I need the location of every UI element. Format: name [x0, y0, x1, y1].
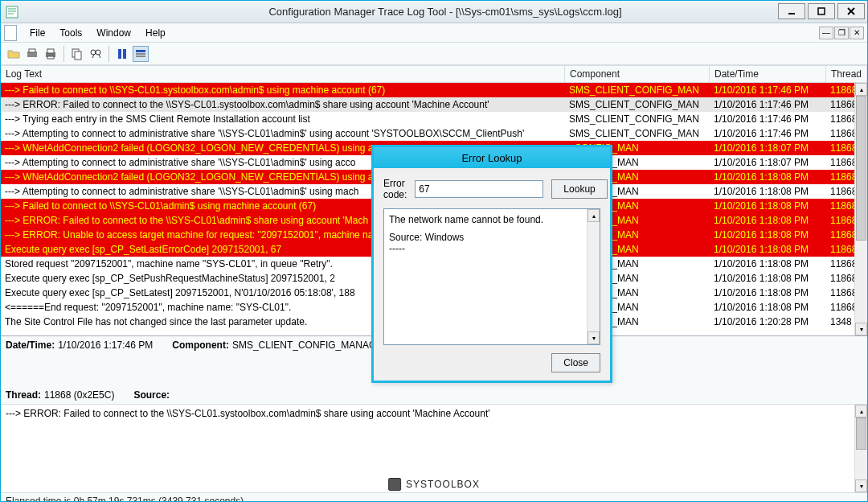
message-scrollbar[interactable]: ▴ ▾: [854, 405, 867, 492]
menu-window[interactable]: Window: [90, 25, 137, 41]
datetime-cell: 1/10/2016 1:18:07 PM: [710, 155, 826, 170]
detail-datetime-label: Date/Time:: [6, 339, 55, 351]
minimize-button[interactable]: [778, 3, 805, 19]
component-cell: SMS_CLIENT_CONFIG_MAN: [565, 126, 710, 141]
datetime-cell: 1/10/2016 1:17:46 PM: [710, 126, 826, 141]
svg-rect-0: [6, 6, 18, 18]
col-datetime[interactable]: Date/Time: [710, 66, 826, 82]
maximize-button[interactable]: [808, 3, 835, 19]
toolbar-separator: [63, 46, 64, 62]
datetime-cell: 1/10/2016 1:18:08 PM: [710, 286, 826, 300]
lookup-button[interactable]: Lookup: [551, 179, 607, 199]
grid-header: Log Text Component Date/Time Thread: [1, 65, 867, 83]
col-log-text[interactable]: Log Text: [1, 66, 565, 82]
detail-datetime-value: 1/10/2016 1:17:46 PM: [58, 339, 153, 351]
pause-icon[interactable]: [114, 46, 130, 62]
log-text-cell: ---> ERROR: Failed to connect to the \\S…: [1, 97, 565, 112]
datetime-cell: 1/10/2016 1:18:08 PM: [710, 300, 826, 315]
error-code-input[interactable]: [415, 180, 543, 198]
datetime-cell: 1/10/2016 1:20:28 PM: [710, 315, 826, 329]
datetime-cell: 1/10/2016 1:18:08 PM: [710, 170, 826, 184]
scroll-down-icon[interactable]: ▾: [855, 323, 867, 335]
menubar: File Tools Window Help ― ❐ ✕: [1, 23, 867, 43]
print-icon[interactable]: [43, 46, 59, 62]
svg-rect-17: [123, 49, 126, 59]
message-pane: ---> ERROR: Failed to connect to the \\S…: [1, 405, 867, 493]
result-scrollbar[interactable]: ▴ ▾: [587, 209, 600, 344]
scroll-thumb[interactable]: [856, 418, 866, 450]
open-icon[interactable]: [6, 46, 22, 62]
log-text-cell: ---> Failed to connect to \\SYS-CL01.sys…: [1, 83, 565, 97]
toolbar-separator: [108, 46, 109, 62]
log-row[interactable]: ---> Failed to connect to \\SYS-CL01.sys…: [1, 83, 867, 97]
message-text: ---> ERROR: Failed to connect to the \\S…: [1, 405, 867, 422]
datetime-cell: 1/10/2016 1:18:08 PM: [710, 184, 826, 199]
mdi-close-button[interactable]: ✕: [850, 27, 864, 39]
result-line: -----: [389, 243, 595, 254]
col-component[interactable]: Component: [565, 66, 710, 82]
svg-rect-19: [136, 53, 145, 55]
datetime-cell: 1/10/2016 1:17:46 PM: [710, 112, 826, 126]
log-row[interactable]: ---> ERROR: Failed to connect to the \\S…: [1, 97, 867, 112]
scroll-thumb[interactable]: [856, 96, 866, 241]
svg-rect-20: [136, 56, 145, 57]
svg-rect-18: [136, 50, 145, 52]
svg-line-14: [92, 55, 94, 58]
scroll-up-icon[interactable]: ▴: [855, 83, 867, 96]
detail-source-label: Source:: [133, 389, 170, 401]
close-button[interactable]: [837, 3, 865, 19]
scroll-up-icon[interactable]: ▴: [855, 405, 867, 418]
component-cell: SMS_CLIENT_CONFIG_MAN: [565, 97, 710, 112]
svg-rect-16: [118, 49, 121, 59]
scroll-up-icon[interactable]: ▴: [588, 209, 600, 222]
result-line: The network name cannot be found.: [389, 214, 595, 225]
dialog-title: Error Lookup: [374, 147, 610, 168]
mdi-doc-icon: [4, 25, 17, 41]
datetime-cell: 1/10/2016 1:18:08 PM: [710, 228, 826, 242]
log-row[interactable]: ---> Attempting to connect to administra…: [1, 126, 867, 141]
copy-icon[interactable]: [69, 46, 85, 62]
datetime-cell: 1/10/2016 1:17:46 PM: [710, 97, 826, 112]
svg-point-12: [91, 50, 96, 55]
scroll-down-icon[interactable]: ▾: [855, 479, 867, 492]
svg-rect-6: [29, 49, 35, 52]
detail-thread-value: 11868 (0x2E5C): [44, 389, 114, 401]
watermark-icon: [388, 478, 401, 491]
highlight-toggle-icon[interactable]: [133, 46, 149, 62]
svg-rect-11: [75, 51, 81, 60]
window-title: Configuration Manager Trace Log Tool - […: [23, 6, 867, 18]
find-icon[interactable]: [88, 46, 104, 62]
menu-file[interactable]: File: [23, 25, 51, 41]
svg-rect-9: [47, 56, 54, 59]
datetime-cell: 1/10/2016 1:18:08 PM: [710, 242, 826, 257]
watermark-text: SYSTOOLBOX: [406, 479, 480, 490]
col-thread[interactable]: Thread: [826, 66, 867, 82]
menu-tools[interactable]: Tools: [53, 25, 88, 41]
log-text-cell: ---> Trying each entry in the SMS Client…: [1, 112, 565, 126]
mdi-minimize-button[interactable]: ―: [819, 27, 833, 39]
svg-point-13: [96, 50, 100, 55]
datetime-cell: 1/10/2016 1:18:07 PM: [710, 141, 826, 155]
watermark: SYSTOOLBOX: [388, 478, 480, 491]
lookup-result: The network name cannot be found. Source…: [383, 208, 600, 345]
print-setup-icon[interactable]: [24, 46, 40, 62]
svg-rect-8: [47, 49, 54, 53]
result-line: Source: Windows: [389, 232, 595, 243]
svg-line-15: [99, 55, 100, 58]
titlebar: Configuration Manager Trace Log Tool - […: [1, 1, 867, 23]
datetime-cell: 1/10/2016 1:18:08 PM: [710, 199, 826, 213]
menu-help[interactable]: Help: [139, 25, 172, 41]
error-code-label: Error code:: [383, 178, 407, 200]
datetime-cell: 1/10/2016 1:18:08 PM: [710, 271, 826, 286]
scroll-down-icon[interactable]: ▾: [588, 331, 600, 344]
detail-component-value: SMS_CLIENT_CONFIG_MANAG: [232, 339, 376, 351]
grid-scrollbar[interactable]: ▴ ▾: [854, 83, 867, 335]
detail-thread-label: Thread:: [6, 389, 41, 401]
close-button[interactable]: Close: [551, 353, 600, 372]
mdi-restore-button[interactable]: ❐: [834, 27, 849, 39]
datetime-cell: 1/10/2016 1:18:08 PM: [710, 213, 826, 228]
datetime-cell: 1/10/2016 1:17:46 PM: [710, 83, 826, 97]
detail-component-label: Component:: [172, 339, 229, 351]
log-row[interactable]: ---> Trying each entry in the SMS Client…: [1, 112, 867, 126]
toolbar: [1, 43, 867, 65]
